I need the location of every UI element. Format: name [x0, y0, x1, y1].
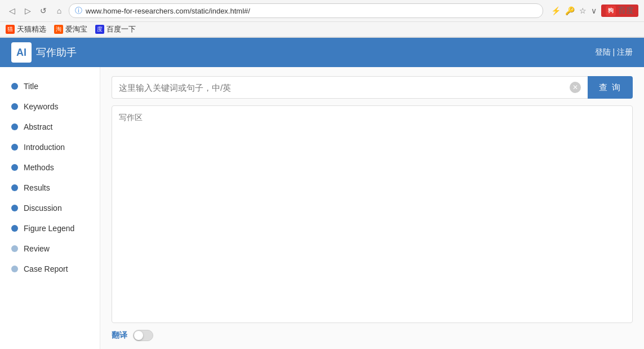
sidebar-item-methods[interactable]: Methods	[0, 157, 100, 178]
search-row: ✕ 查 询	[112, 76, 633, 99]
sidebar-item-introduction[interactable]: Introduction	[0, 137, 100, 157]
sidebar-label-discussion: Discussion	[24, 204, 62, 213]
dot-methods	[11, 164, 18, 171]
baidu-icon: 狗	[606, 6, 616, 16]
browser-actions: ⚡ 🔑 ☆ ∨ 狗 百度	[551, 5, 638, 17]
bookmark-baidu[interactable]: 度 百度一下	[95, 24, 136, 34]
baidu-button[interactable]: 狗 百度	[601, 5, 638, 17]
star-icon[interactable]: ☆	[579, 6, 587, 15]
sidebar-label-figure-legend: Figure Legend	[24, 224, 74, 233]
sidebar-label-case-report: Case Report	[24, 264, 68, 273]
header-login[interactable]: 登陆 | 注册	[595, 47, 633, 58]
tmall-label: 天猫精选	[17, 24, 46, 34]
nav-forward-button[interactable]: ▷	[21, 5, 34, 17]
dot-discussion	[11, 205, 18, 211]
sidebar-item-title[interactable]: Title	[0, 76, 100, 96]
login-label[interactable]: 登陆 | 注册	[595, 47, 633, 56]
app-logo: AI 写作助手	[11, 42, 77, 63]
nav-home-button[interactable]: ⌂	[53, 5, 65, 17]
app-container: AI 写作助手 登陆 | 注册 Title Keywords Abstract	[0, 38, 644, 349]
dot-title	[11, 83, 18, 90]
logo-icon: AI	[11, 42, 32, 63]
clear-button[interactable]: ✕	[570, 82, 581, 93]
key-icon: 🔑	[565, 6, 575, 15]
sidebar-label-keywords: Keywords	[24, 102, 58, 111]
dot-figure-legend	[11, 225, 18, 232]
sidebar-item-abstract[interactable]: Abstract	[0, 117, 100, 137]
taobao-label: 爱淘宝	[65, 24, 87, 34]
bookmarks-bar: 猫 天猫精选 淘 爱淘宝 度 百度一下	[0, 22, 644, 37]
sidebar-item-case-report[interactable]: Case Report	[0, 259, 100, 279]
dot-review	[11, 245, 18, 252]
sidebar-label-title: Title	[24, 82, 38, 91]
translate-row: 翻译	[112, 330, 633, 341]
browser-toolbar: ◁ ▷ ↺ ⌂ ⓘ www.home-for-researchers.com/s…	[0, 0, 644, 22]
dot-keywords	[11, 103, 18, 110]
baidu-bookmark-label: 百度一下	[106, 24, 136, 34]
translate-toggle[interactable]	[133, 330, 153, 341]
browser-chrome: ◁ ▷ ↺ ⌂ ⓘ www.home-for-researchers.com/s…	[0, 0, 644, 38]
dot-abstract	[11, 123, 18, 130]
taobao-icon: 淘	[54, 25, 63, 34]
sidebar-label-abstract: Abstract	[24, 122, 52, 131]
baidu-label: 百度	[618, 6, 634, 16]
search-button[interactable]: 查 询	[588, 76, 633, 99]
info-icon: ⓘ	[75, 6, 82, 16]
address-bar[interactable]: ⓘ www.home-for-researchers.com/static/in…	[69, 3, 543, 18]
app-header: AI 写作助手 登陆 | 注册	[0, 38, 644, 67]
app-name: 写作助手	[36, 46, 77, 59]
logo-ai-text: AI	[16, 47, 26, 59]
search-input-wrap: ✕	[112, 76, 588, 99]
lightning-icon: ⚡	[551, 6, 561, 15]
dot-results	[11, 184, 18, 191]
nav-reload-button[interactable]: ↺	[37, 5, 50, 17]
content-area: ✕ 查 询 翻译	[100, 67, 644, 349]
sidebar-item-review[interactable]: Review	[0, 238, 100, 259]
translate-label: 翻译	[112, 330, 127, 341]
sidebar-item-keywords[interactable]: Keywords	[0, 96, 100, 117]
nav-back-button[interactable]: ◁	[6, 5, 18, 17]
chevron-down-icon[interactable]: ∨	[591, 6, 597, 15]
sidebar-item-results[interactable]: Results	[0, 178, 100, 198]
url-text: www.home-for-researchers.com/static/inde…	[86, 7, 537, 15]
sidebar: Title Keywords Abstract Introduction Met…	[0, 67, 100, 349]
app-main: Title Keywords Abstract Introduction Met…	[0, 67, 644, 349]
sidebar-label-review: Review	[24, 244, 50, 253]
sidebar-item-figure-legend[interactable]: Figure Legend	[0, 218, 100, 238]
bookmark-tmall[interactable]: 猫 天猫精选	[6, 24, 46, 34]
writing-area[interactable]	[112, 105, 633, 323]
toggle-knob	[134, 331, 143, 340]
sidebar-label-introduction: Introduction	[24, 143, 65, 152]
sidebar-label-results: Results	[24, 183, 50, 192]
baidu-bookmark-icon: 度	[95, 25, 104, 34]
dot-introduction	[11, 144, 18, 151]
bookmark-taobao[interactable]: 淘 爱淘宝	[54, 24, 87, 34]
dot-case-report	[11, 266, 18, 272]
sidebar-label-methods: Methods	[24, 163, 54, 172]
sidebar-item-discussion[interactable]: Discussion	[0, 198, 100, 218]
tmall-icon: 猫	[6, 25, 15, 34]
search-input[interactable]	[119, 83, 570, 92]
